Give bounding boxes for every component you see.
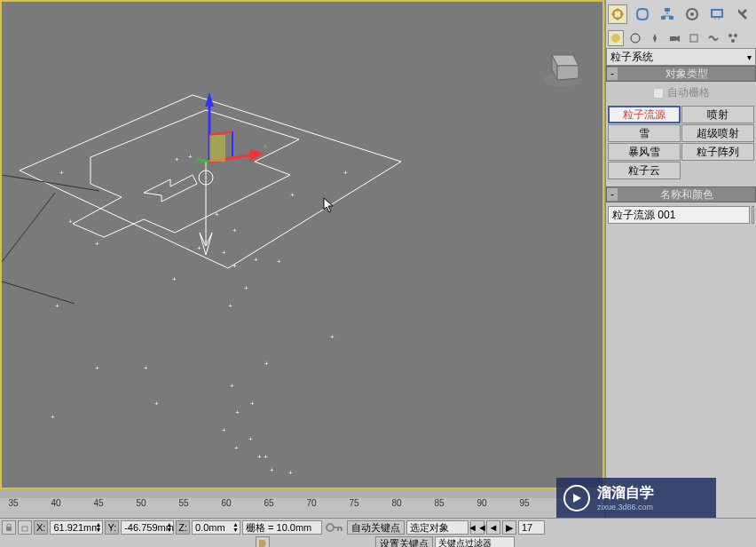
rollout-title: 对象类型	[618, 67, 755, 82]
add-time-tag-icon[interactable]	[256, 536, 270, 547]
timeline[interactable]: 35 40 45 50 55 60 65 70 75 80 85 90 95	[0, 489, 604, 518]
svg-text:+: +	[343, 169, 348, 177]
viewport[interactable]: + + + + + + z x + + + + + + +	[0, 0, 604, 489]
watermark-url: zixue.3d66.com	[597, 503, 654, 511]
frame-field[interactable]: 17	[518, 520, 545, 535]
grid-size-field: 栅格 = 10.0mm	[242, 520, 322, 535]
create-tab-icon[interactable]	[608, 4, 627, 24]
x-label: X:	[34, 520, 48, 535]
y-label: Y:	[105, 520, 119, 535]
svg-rect-45	[6, 527, 12, 531]
move-gizmo[interactable]: z x	[197, 91, 268, 179]
svg-line-12	[197, 155, 209, 162]
svg-rect-40	[670, 36, 676, 41]
time-ruler[interactable]: 35 40 45 50 55 60 65 70 75 80 85 90 95	[0, 498, 604, 516]
watermark-title: 溜溜自学	[597, 484, 654, 503]
z-coord-field[interactable]: 0.0mm▲▼	[192, 520, 240, 535]
svg-rect-17	[209, 135, 225, 162]
svg-point-47	[327, 524, 334, 531]
play-logo-icon	[563, 485, 590, 511]
svg-rect-30	[669, 16, 673, 20]
svg-rect-29	[661, 16, 665, 20]
auto-key-button[interactable]: 自动关键点	[347, 520, 405, 535]
wireframe-edge	[2, 175, 108, 308]
svg-line-21	[2, 281, 75, 304]
spray-button[interactable]: 喷射	[681, 106, 754, 123]
watermark: 溜溜自学 zixue.3d66.com	[556, 478, 716, 518]
svg-text:x: x	[264, 142, 267, 150]
rollout-toggle: -	[607, 188, 618, 201]
svg-text:z: z	[211, 91, 215, 99]
svg-text:+: +	[188, 153, 193, 161]
status-bar: X: 61.921mm▲▼ Y: -46.759mm▲▼ Z: 0.0mm▲▼ …	[0, 518, 756, 547]
play-icon[interactable]: ▶	[502, 520, 516, 535]
category-dropdown-label: 粒子系统	[610, 50, 653, 65]
lock-icon[interactable]	[2, 520, 16, 535]
helpers-icon[interactable]	[686, 30, 702, 46]
shapes-icon[interactable]	[627, 30, 643, 46]
lights-icon[interactable]	[647, 30, 663, 46]
object-type-buttons: 粒子流源 喷射 雪 超级喷射 暴风雪 粒子阵列 粒子云	[606, 104, 756, 181]
selected-object-display[interactable]: 选定对象	[406, 520, 469, 535]
svg-line-22	[2, 193, 55, 262]
spacewarps-icon[interactable]	[705, 30, 721, 46]
systems-icon[interactable]	[725, 30, 741, 46]
display-tab-icon[interactable]	[707, 4, 727, 24]
super-spray-button[interactable]: 超级喷射	[681, 124, 754, 142]
svg-point-39	[631, 34, 640, 43]
svg-point-34	[690, 12, 694, 16]
autogrid-row: 自动栅格	[606, 82, 756, 104]
autogrid-checkbox[interactable]	[653, 88, 664, 99]
object-type-header[interactable]: - 对象类型	[606, 66, 756, 82]
category-dropdown[interactable]: 粒子系统	[606, 48, 756, 66]
p-array-button[interactable]: 粒子阵列	[681, 143, 754, 161]
svg-text:+: +	[175, 155, 179, 163]
viewcube[interactable]	[536, 37, 589, 91]
svg-point-42	[728, 34, 732, 37]
object-color-swatch[interactable]	[752, 206, 754, 224]
hierarchy-tab-icon[interactable]	[658, 4, 677, 24]
svg-line-20	[2, 175, 99, 191]
svg-point-44	[731, 39, 735, 43]
svg-text:+: +	[290, 191, 295, 199]
modify-tab-icon[interactable]	[633, 4, 652, 24]
command-panel: 粒子系统 - 对象类型 自动栅格 粒子流源 喷射 雪 超级喷射 暴风雪 粒子阵列…	[605, 0, 756, 547]
svg-line-18	[209, 131, 232, 135]
play-back-icon[interactable]: ◄	[486, 520, 500, 535]
z-label: Z:	[176, 520, 190, 535]
svg-marker-15	[249, 149, 264, 162]
set-key-button[interactable]: 设置关键点	[375, 536, 433, 547]
motion-tab-icon[interactable]	[682, 4, 702, 24]
p-cloud-button[interactable]: 粒子云	[608, 162, 681, 179]
name-color-row	[606, 202, 756, 227]
svg-point-38	[611, 34, 620, 43]
svg-point-43	[734, 34, 737, 37]
cameras-icon[interactable]	[666, 30, 682, 46]
pf-source-button[interactable]: 粒子流源	[608, 106, 681, 123]
utilities-tab-icon[interactable]	[732, 4, 752, 24]
autogrid-label: 自动栅格	[667, 85, 710, 100]
rollout-toggle: -	[607, 67, 618, 80]
svg-rect-35	[712, 10, 722, 17]
selection-lock-icon[interactable]	[18, 520, 32, 535]
y-coord-field[interactable]: -46.759mm▲▼	[121, 520, 174, 535]
main-tab-strip	[606, 0, 756, 28]
key-filter-button[interactable]: 关键点过滤器	[435, 536, 515, 547]
key-icon[interactable]	[324, 520, 345, 535]
sub-tab-strip	[606, 28, 756, 48]
blizzard-button[interactable]: 暴风雪	[608, 143, 681, 161]
snow-button[interactable]: 雪	[608, 124, 681, 142]
geometry-icon[interactable]	[608, 30, 624, 46]
rollout-title: 名称和颜色	[618, 187, 755, 202]
x-coord-field[interactable]: 61.921mm▲▼	[50, 520, 103, 535]
svg-rect-46	[22, 527, 28, 531]
name-color-header[interactable]: - 名称和颜色	[606, 186, 756, 202]
svg-rect-41	[690, 35, 697, 42]
svg-rect-28	[665, 8, 670, 12]
object-name-input[interactable]	[608, 206, 750, 224]
play-prev-icon[interactable]: ◄◄	[470, 520, 484, 535]
